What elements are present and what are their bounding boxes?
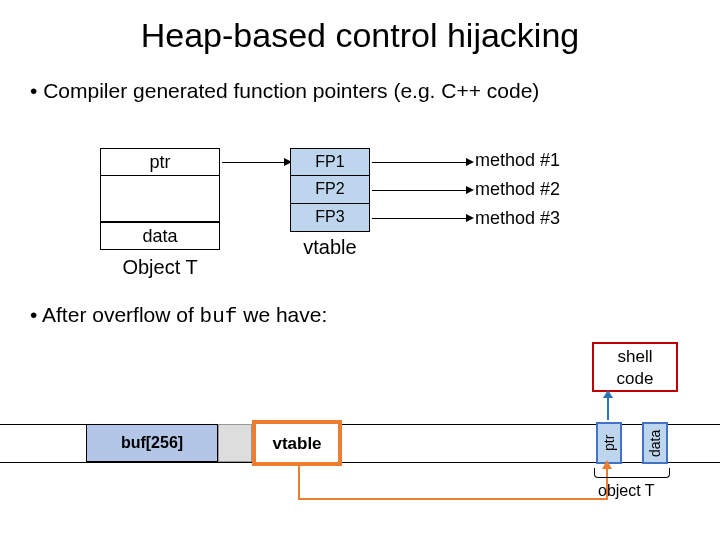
object-ptr-cell: ptr xyxy=(100,148,220,176)
object-t-overflow-label: object T xyxy=(598,482,655,500)
shellcode-box: shell code xyxy=(592,342,678,392)
object-data-cell: data xyxy=(100,222,220,250)
arrow-fp3-head xyxy=(466,214,474,222)
buf-gap xyxy=(218,424,252,462)
overflow-arrow-seg2 xyxy=(298,498,608,500)
vtable-label: vtable xyxy=(290,236,370,259)
shellcode-line2: code xyxy=(617,369,654,388)
object-t-label: Object T xyxy=(100,256,220,279)
arrow-fp2-head xyxy=(466,186,474,194)
arrow-ptr-to-vtable xyxy=(222,162,286,163)
overwritten-vtable-box: vtable xyxy=(252,420,342,466)
vtable-box: FP1 FP2 FP3 vtable xyxy=(290,148,370,259)
buf-label: buf[256] xyxy=(121,434,183,451)
overflow-arrow-seg1 xyxy=(298,466,300,500)
buf-box: buf[256] xyxy=(86,424,218,462)
diagram-overflow: shell code buf[256] vtable ptr data obje… xyxy=(0,400,720,540)
arrow-ptr-to-shellcode-head xyxy=(603,390,613,398)
bullet-compiler-generated: Compiler generated function pointers (e.… xyxy=(0,79,720,103)
slide-title: Heap-based control hijacking xyxy=(0,0,720,55)
shellcode-line1: shell xyxy=(618,347,653,366)
arrow-fp1-head xyxy=(466,158,474,166)
object-t-box: ptr data Object T xyxy=(100,148,220,279)
arrow-fp3 xyxy=(372,218,468,219)
object-t-bracket xyxy=(594,468,670,478)
method-1: method #1 xyxy=(475,150,560,179)
fp3-cell: FP3 xyxy=(290,204,370,232)
method-3: method #3 xyxy=(475,208,560,237)
object-t-data: data xyxy=(642,422,668,464)
method-2: method #2 xyxy=(475,179,560,208)
overwritten-vtable-label: vtable xyxy=(272,434,321,453)
arrow-fp2 xyxy=(372,190,468,191)
object-t-ptr: ptr xyxy=(596,422,622,464)
methods-list: method #1 method #2 method #3 xyxy=(475,150,560,237)
object-gap xyxy=(100,176,220,222)
arrow-fp1 xyxy=(372,162,468,163)
diagram-vtable: ptr data Object T FP1 FP2 FP3 vtable met… xyxy=(0,148,720,338)
fp1-cell: FP1 xyxy=(290,148,370,176)
fp2-cell: FP2 xyxy=(290,176,370,204)
